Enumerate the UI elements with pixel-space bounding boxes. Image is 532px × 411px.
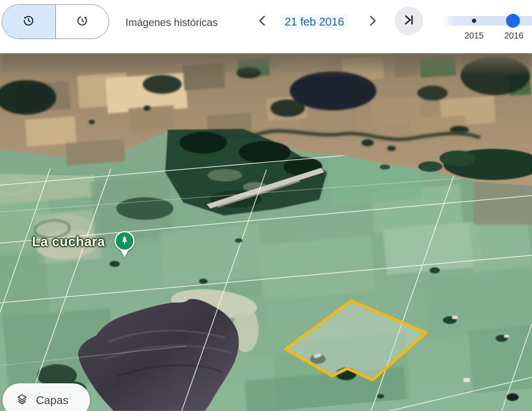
historical-imagery-button[interactable] (2, 5, 56, 39)
layers-button[interactable]: Capas (3, 383, 90, 411)
place-label[interactable]: La cuchara (32, 234, 105, 250)
clock-refresh-icon (75, 14, 89, 29)
place-marker-la-cuchara[interactable] (115, 231, 135, 259)
marker-pointer (121, 250, 128, 257)
toolbar-title: Imágenes históricas (125, 16, 218, 29)
timeline-year-2016[interactable]: 2016 (504, 31, 524, 41)
timeline-year-2015[interactable]: 2015 (465, 31, 484, 41)
satellite-map-viewport[interactable]: La cuchara (0, 53, 532, 411)
chevron-right-icon (368, 15, 378, 29)
history-clock-ccw-icon (22, 14, 35, 29)
skip-to-latest-button[interactable] (394, 6, 423, 35)
layers-button-label: Capas (36, 394, 68, 407)
layers-icon (16, 393, 29, 408)
current-imagery-date: 21 feb 2016 (280, 14, 348, 30)
marker-circle (115, 231, 135, 251)
timeline-dot-2016[interactable] (506, 14, 520, 28)
skip-to-latest-icon (402, 13, 415, 28)
timeline-dot-2015[interactable] (472, 19, 476, 23)
historical-imagery-toolbar: Imágenes históricas 21 feb 2016 2015 201… (0, 0, 532, 53)
tree-icon (119, 234, 130, 247)
chevron-left-icon (257, 15, 267, 29)
satellite-terrain (0, 53, 532, 411)
reset-to-latest-button[interactable] (56, 5, 109, 39)
previous-date-button[interactable] (257, 15, 267, 28)
history-toggle-pill (2, 4, 109, 39)
next-date-button[interactable] (368, 15, 378, 28)
